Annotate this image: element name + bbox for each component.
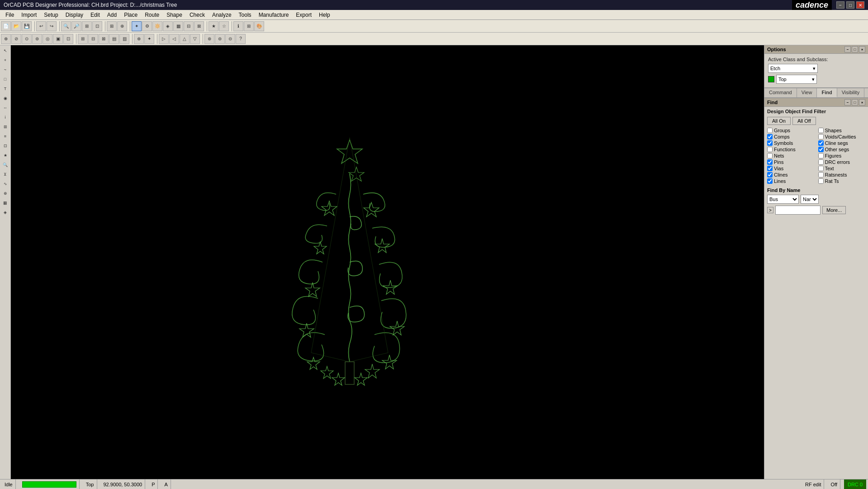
menu-edit[interactable]: Edit: [87, 11, 104, 19]
options-minimize-btn[interactable]: −: [844, 46, 851, 53]
tb2-btn-17[interactable]: △: [180, 34, 190, 44]
tb2-btn-14[interactable]: ✦: [144, 34, 154, 44]
tb2-btn-22[interactable]: ?: [236, 34, 246, 44]
tb2-btn-18[interactable]: ▽: [190, 34, 200, 44]
lt-info[interactable]: i: [1, 113, 10, 122]
find-name-input[interactable]: [775, 206, 821, 215]
tb2-btn-11[interactable]: ▤: [109, 34, 119, 44]
checkbox-clinesegs[interactable]: [818, 140, 824, 146]
tb2-btn-12[interactable]: ▥: [119, 34, 129, 44]
tb-btn-8[interactable]: ▦: [173, 21, 183, 31]
menu-file[interactable]: File: [2, 11, 18, 19]
tb-zoom-fit[interactable]: ⊞: [82, 21, 92, 31]
tb-btn-5[interactable]: ⚙: [142, 21, 152, 31]
lt-text[interactable]: T: [1, 84, 10, 93]
lt-highlight[interactable]: ★: [1, 151, 10, 160]
lt-zoom[interactable]: ⊞: [1, 122, 10, 131]
tb2-btn-6[interactable]: ▣: [53, 34, 63, 44]
tb2-btn-5[interactable]: ◎: [43, 34, 52, 44]
checkbox-nets[interactable]: [767, 153, 773, 158]
tb2-btn-1[interactable]: ⊕: [1, 34, 11, 44]
lt-filter[interactable]: ⊻: [1, 170, 10, 179]
lt-route[interactable]: ~: [1, 65, 10, 74]
menu-manufacture[interactable]: Manufacture: [255, 11, 293, 19]
tb2-btn-8[interactable]: ⊞: [78, 34, 88, 44]
tb-open[interactable]: 📂: [11, 21, 21, 31]
lt-find[interactable]: 🔍: [1, 160, 10, 169]
lt-misc1[interactable]: ∿: [1, 179, 10, 188]
tab-visibility[interactable]: Visibility: [837, 88, 865, 97]
checkbox-symbols[interactable]: [767, 140, 773, 146]
tb2-btn-19[interactable]: ⊛: [204, 34, 214, 44]
find-restore-btn[interactable]: □: [852, 99, 858, 105]
tb-zoom-in[interactable]: 🔍: [61, 21, 71, 31]
lt-add[interactable]: +: [1, 56, 10, 65]
menu-export[interactable]: Export: [292, 11, 315, 19]
lt-via[interactable]: ◉: [1, 94, 10, 103]
find-more-button[interactable]: More...: [822, 206, 846, 214]
checkbox-figures[interactable]: [818, 153, 824, 158]
menu-tools[interactable]: Tools: [235, 11, 255, 19]
canvas-area[interactable]: [11, 45, 764, 479]
menu-analyze[interactable]: Analyze: [209, 11, 235, 19]
minimize-button[interactable]: −: [836, 1, 844, 9]
tb-grid[interactable]: ⊞: [107, 21, 117, 31]
tb2-btn-3[interactable]: ⊙: [22, 34, 32, 44]
checkbox-text[interactable]: [818, 166, 824, 171]
maximize-button[interactable]: □: [846, 1, 854, 9]
menu-help[interactable]: Help: [315, 11, 334, 19]
checkbox-groups[interactable]: [767, 128, 773, 133]
tb-highlight[interactable]: ★: [209, 21, 218, 31]
checkbox-voids[interactable]: [818, 134, 824, 139]
tb2-btn-9[interactable]: ⊟: [88, 34, 98, 44]
all-on-button[interactable]: All On: [767, 117, 791, 125]
tb2-btn-13[interactable]: ⊕: [134, 34, 144, 44]
checkbox-vias[interactable]: [767, 166, 773, 171]
class-dropdown[interactable]: Etch ▾: [768, 64, 818, 73]
all-off-button[interactable]: All Off: [792, 117, 816, 125]
lt-shape[interactable]: □: [1, 75, 10, 84]
lt-misc4[interactable]: ◈: [1, 208, 10, 217]
tab-command[interactable]: Command: [764, 88, 797, 97]
tb-zoom-out[interactable]: 🔎: [71, 21, 81, 31]
tb-save[interactable]: 💾: [22, 21, 32, 31]
menu-add[interactable]: Add: [104, 11, 120, 19]
options-restore-btn[interactable]: □: [852, 46, 858, 53]
checkbox-functions[interactable]: [767, 147, 773, 152]
tb-redo[interactable]: ↪: [47, 21, 57, 31]
checkbox-pins[interactable]: [767, 159, 773, 165]
tb-zoom-window[interactable]: ⊡: [92, 21, 102, 31]
menu-display[interactable]: Display: [62, 11, 87, 19]
checkbox-ratsnests[interactable]: [818, 172, 824, 177]
tb2-btn-21[interactable]: ⊝: [225, 34, 235, 44]
tb-new[interactable]: 📄: [1, 21, 11, 31]
checkbox-lines[interactable]: [767, 178, 773, 184]
find-close-btn[interactable]: ×: [859, 99, 865, 105]
find-minimize-btn[interactable]: −: [844, 99, 851, 105]
bus-select[interactable]: Bus: [767, 195, 799, 204]
tb-btn-10[interactable]: ⊠: [194, 21, 204, 31]
tab-view[interactable]: View: [797, 88, 817, 97]
lt-misc2[interactable]: ⊕: [1, 189, 10, 198]
tb-btn-7[interactable]: ◈: [163, 21, 173, 31]
tb-btn-6[interactable]: 🔆: [152, 21, 162, 31]
checkbox-shapes[interactable]: [818, 128, 824, 133]
menu-shape[interactable]: Shape: [163, 11, 186, 19]
checkbox-othersegs[interactable]: [818, 147, 824, 152]
menu-setup[interactable]: Setup: [40, 11, 62, 19]
lt-measure[interactable]: ↔: [1, 103, 10, 112]
checkbox-drcerrors[interactable]: [818, 159, 824, 165]
menu-check[interactable]: Check: [186, 11, 209, 19]
subclass-dropdown[interactable]: Top ▾: [776, 75, 817, 84]
tb-property[interactable]: ℹ: [233, 21, 243, 31]
tb-btn-9[interactable]: ⊟: [184, 21, 194, 31]
menu-import[interactable]: Import: [18, 11, 40, 19]
options-close-btn[interactable]: ×: [859, 46, 865, 53]
tb-options[interactable]: ⊞: [244, 21, 254, 31]
tb2-btn-20[interactable]: ⊜: [215, 34, 225, 44]
lt-select[interactable]: ↖: [1, 46, 10, 55]
tb-dehighlight[interactable]: ☆: [219, 21, 229, 31]
lt-display[interactable]: ⊡: [1, 141, 10, 150]
checkbox-ratts[interactable]: [818, 178, 824, 184]
menu-route[interactable]: Route: [141, 11, 163, 19]
